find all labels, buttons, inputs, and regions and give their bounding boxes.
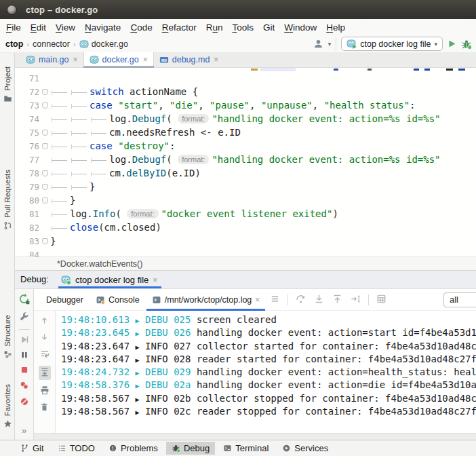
stripe-button-structure[interactable]: Structure xyxy=(0,315,15,359)
breadcrumb-item-connector[interactable]: connector xyxy=(33,39,70,49)
user-dropdown-arrow[interactable]: ▾ xyxy=(328,41,332,48)
fold-gutter[interactable] xyxy=(39,197,50,204)
code-token: , xyxy=(313,100,324,111)
statusbar-item-todo[interactable]: TODO xyxy=(52,442,100,455)
tool-rerun-button[interactable] xyxy=(18,293,30,307)
log-filter-select[interactable]: all xyxy=(443,292,476,307)
fold-gutter[interactable] xyxy=(39,102,50,109)
statusbar-item-problems[interactable]: Problems xyxy=(103,442,163,455)
tool-scrollend-button[interactable] xyxy=(39,366,51,380)
stripe-button-project[interactable]: Project xyxy=(0,66,15,103)
menu-git[interactable]: Git xyxy=(258,22,279,33)
fold-gutter[interactable] xyxy=(39,130,50,136)
editor-tab-main.go[interactable]: main.go× xyxy=(20,52,83,67)
fold-gutter[interactable] xyxy=(39,238,50,244)
fold-gutter[interactable] xyxy=(39,170,50,176)
tab-whitespace-mark xyxy=(50,128,70,138)
code-token: (cm.closed) xyxy=(98,222,161,233)
tool-menu-button[interactable] xyxy=(270,294,280,306)
debug-actions-toolbar: » xyxy=(15,289,34,440)
close-icon[interactable]: × xyxy=(73,55,77,64)
fold-marker-icon[interactable] xyxy=(42,170,48,176)
tool-print-button[interactable] xyxy=(40,385,49,397)
run-button[interactable] xyxy=(448,39,456,48)
enclosing-method-label[interactable]: *Docker.watchEvents() xyxy=(57,259,142,269)
tool-wrench-button[interactable] xyxy=(19,311,29,324)
tool-runcursor-button[interactable] xyxy=(351,294,361,306)
code-token: "die" xyxy=(170,100,198,111)
tool-softwrap-button[interactable] xyxy=(40,349,49,360)
fold-marker-icon[interactable] xyxy=(42,89,48,95)
fold-marker-icon[interactable] xyxy=(42,184,48,190)
menu-navigate[interactable]: Navigate xyxy=(80,22,125,33)
close-icon[interactable]: × xyxy=(255,295,260,305)
window-control-button[interactable] xyxy=(7,5,17,15)
statusbar-item-services[interactable]: Services xyxy=(277,442,334,455)
run-configuration-select[interactable]: ctop docker log file ▾ xyxy=(341,37,443,51)
tool-breakpoints-button[interactable] xyxy=(20,381,29,392)
menu-file[interactable]: File xyxy=(1,22,26,33)
tab-whitespace-mark xyxy=(90,128,109,138)
log-console-output[interactable]: 19:48:10.613 ▶ DEBU 025 screen cleared19… xyxy=(56,311,476,433)
debugger-tab-console[interactable]: Console xyxy=(90,289,145,311)
menu-help[interactable]: Help xyxy=(321,22,350,33)
tool-resume-button[interactable] xyxy=(20,335,28,346)
fold-gutter[interactable] xyxy=(39,143,50,149)
code-editor[interactable]: 7172switch actionName {73case "start", "… xyxy=(15,68,476,256)
tool-down-button[interactable] xyxy=(40,332,49,343)
fold-marker-icon[interactable] xyxy=(42,102,48,109)
tool-trash-button[interactable] xyxy=(40,402,49,414)
menu-code[interactable]: Code xyxy=(125,22,157,33)
tool-pause-button[interactable] xyxy=(20,351,28,361)
tool-evaluate-button[interactable] xyxy=(376,294,386,306)
menu-view[interactable]: View xyxy=(51,22,80,33)
run-config-icon xyxy=(346,39,357,49)
fold-marker-icon[interactable] xyxy=(42,130,48,136)
code-token: Info xyxy=(93,208,116,219)
tool-stepover-button[interactable] xyxy=(296,294,306,306)
more-actions-button[interactable]: » xyxy=(22,425,26,436)
close-icon[interactable]: × xyxy=(153,276,157,285)
fold-gutter[interactable] xyxy=(39,184,50,190)
tool-stepdown-button[interactable] xyxy=(314,294,324,306)
log-line: 19:48:23.647 ▶ INFO 028 reader started f… xyxy=(61,353,476,366)
breadcrumb-item-ctop[interactable]: ctop xyxy=(5,39,23,49)
tool-stop-button[interactable] xyxy=(20,366,28,376)
debugger-tab--mnt-work-ctop-ctop-log[interactable]: /mnt/work/ctop/ctop.log× xyxy=(146,289,266,311)
tool-mute-button[interactable] xyxy=(20,397,29,408)
user-profile-icon[interactable] xyxy=(313,39,323,49)
breadcrumb-item-docker.go[interactable]: docker.go xyxy=(92,39,128,49)
debug-button[interactable] xyxy=(461,39,472,50)
menu-tools[interactable]: Tools xyxy=(227,22,258,33)
code-line-82: 82close(cm.closed) xyxy=(15,221,476,234)
log-arrow-icon: ▶ xyxy=(136,356,140,364)
problems-icon xyxy=(108,444,117,453)
close-icon[interactable]: × xyxy=(214,55,218,64)
toolbar-divider xyxy=(336,38,336,50)
close-icon[interactable]: × xyxy=(143,55,148,64)
stripe-button-favorites[interactable]: Favorites xyxy=(0,384,15,428)
statusbar-item-git[interactable]: Git xyxy=(15,442,49,455)
menu-refactor[interactable]: Refactor xyxy=(157,22,201,33)
fold-marker-icon[interactable] xyxy=(42,143,48,149)
tool-up-button[interactable] xyxy=(40,316,49,327)
menu-edit[interactable]: Edit xyxy=(26,22,51,33)
debug-session-tab[interactable]: ctop docker log file × xyxy=(58,275,161,288)
print-icon xyxy=(40,385,49,395)
statusbar-item-terminal[interactable]: Terminal xyxy=(218,442,274,455)
menu-run[interactable]: Run xyxy=(201,22,228,33)
stripe-button-label: Project xyxy=(3,66,12,91)
tool-stepup-button[interactable] xyxy=(332,294,342,306)
fold-marker-icon[interactable] xyxy=(42,238,48,244)
fold-gutter[interactable] xyxy=(39,89,50,95)
menu-window[interactable]: Window xyxy=(279,22,321,33)
statusbar-item-debug[interactable]: Debug xyxy=(166,442,215,455)
debugger-tab-debugger[interactable]: Debugger xyxy=(41,289,89,311)
code-token: actionName { xyxy=(124,86,199,97)
editor-tab-debug.md[interactable]: MDdebug.md× xyxy=(154,52,224,67)
fold-marker-icon[interactable] xyxy=(42,197,48,204)
horizontal-scrollbar[interactable] xyxy=(34,433,476,440)
editor-tab-docker.go[interactable]: docker.go× xyxy=(83,52,154,67)
tool-window-stripe: ProjectPull RequestsStructureFavorites xyxy=(0,53,15,440)
stripe-button-pull-requests[interactable]: Pull Requests xyxy=(0,170,15,230)
